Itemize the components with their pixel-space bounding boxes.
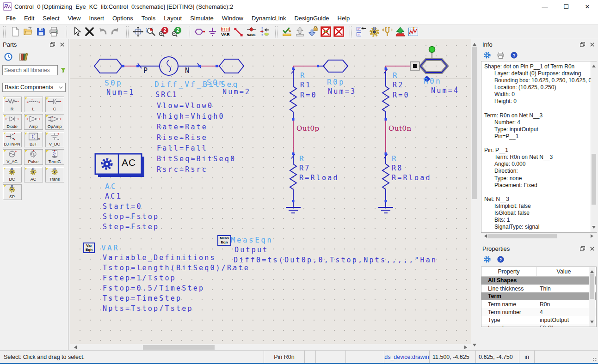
schematic-label[interactable]: R1 xyxy=(300,81,311,89)
port-s0n[interactable] xyxy=(219,59,244,73)
schematic-label[interactable]: Rise=Rise xyxy=(157,133,208,142)
menu-dynamiclink[interactable]: DynamicLink xyxy=(247,13,290,24)
schematic-label[interactable]: Tstep=TimeStep xyxy=(103,294,182,303)
close-panel-icon[interactable] xyxy=(589,246,595,252)
help-icon[interactable]: ? xyxy=(510,51,518,59)
schematic-label[interactable]: R=0 xyxy=(300,91,317,99)
resistor-r7[interactable] xyxy=(290,152,296,202)
schematic-label[interactable]: R0p xyxy=(327,78,345,86)
open-button[interactable] xyxy=(21,25,34,38)
schematic-label[interactable]: AC1 xyxy=(105,192,122,200)
info-dot-link[interactable]: dot xyxy=(503,63,511,70)
redo-button[interactable] xyxy=(109,25,122,38)
schematic-label[interactable]: Stop=Fstop xyxy=(103,212,159,221)
menu-help[interactable]: Help xyxy=(333,13,354,24)
schematic-label[interactable]: Diff0=ts(Out0p,0,Tstop,Npts,,,,,"Han xyxy=(234,256,437,264)
schematic-label[interactable]: Meas Eqn xyxy=(217,235,231,246)
schematic-label[interactable]: R0n xyxy=(424,77,442,85)
schematic-label[interactable]: Output xyxy=(234,246,268,254)
pin-p1-selection-box[interactable] xyxy=(410,62,419,70)
print-icon[interactable] xyxy=(497,51,505,59)
canvas-hscrollbar[interactable] xyxy=(70,344,471,351)
schematic-label[interactable]: MeasEqn xyxy=(231,236,273,244)
schematic-label[interactable]: Num=1 xyxy=(106,88,135,97)
schematic-label[interactable]: BitSeq=BitSeq0 xyxy=(157,155,236,163)
schematic-label[interactable]: Fstep=1/Tstop xyxy=(103,274,176,282)
part-ac[interactable]: AC xyxy=(24,167,43,182)
port-s0p[interactable] xyxy=(94,59,122,73)
part-pulse[interactable]: Pulse xyxy=(24,149,43,165)
part-dc[interactable]: DC xyxy=(3,167,22,182)
insert-wire-label-button[interactable]: NAME xyxy=(245,25,258,38)
selection-handle-green[interactable] xyxy=(429,47,435,58)
filter-funnel-icon[interactable] xyxy=(61,67,66,74)
ac-controller-block[interactable] xyxy=(95,154,144,177)
toolbar-group-handle[interactable] xyxy=(188,26,190,37)
toolbar-group-handle[interactable] xyxy=(65,26,67,37)
part-l[interactable]: L xyxy=(24,97,43,112)
swap-component-button[interactable] xyxy=(258,25,271,38)
float-panel-icon[interactable] xyxy=(49,42,55,48)
schematic-label[interactable]: R=Rload xyxy=(392,174,432,182)
schematic-label[interactable]: Rsrc=Rsrc xyxy=(157,165,208,174)
insert-ground-button[interactable] xyxy=(206,25,219,38)
info-vscrollbar[interactable] xyxy=(591,61,597,232)
properties-vscrollbar[interactable] xyxy=(589,267,595,327)
insert-wire-button[interactable] xyxy=(232,25,245,38)
menu-view[interactable]: View xyxy=(64,13,85,24)
toolbar-group-handle[interactable] xyxy=(275,26,277,37)
schematic-label[interactable]: R2 xyxy=(393,81,404,89)
part-opamp[interactable]: OpAmp xyxy=(45,114,64,130)
resistor-r8[interactable] xyxy=(382,152,389,202)
property-value[interactable]: R0n xyxy=(536,301,596,308)
schematic-label[interactable]: R8 xyxy=(392,164,403,172)
schematic-label[interactable]: R xyxy=(299,154,305,163)
undo-button[interactable] xyxy=(96,25,109,38)
save-button[interactable] xyxy=(34,25,47,38)
update-instance-button[interactable] xyxy=(293,25,306,38)
wire-n3p-corner[interactable] xyxy=(293,65,323,72)
menu-simulate[interactable]: Simulate xyxy=(186,13,218,24)
schematic-label[interactable]: Num=3 xyxy=(328,87,356,96)
toolbar-group-handle[interactable] xyxy=(126,26,129,37)
schematic-label[interactable]: Out0p xyxy=(296,124,320,133)
ground-symbol-1[interactable] xyxy=(286,202,301,213)
part-sp[interactable]: SP xyxy=(3,184,22,200)
settings-gear-icon[interactable] xyxy=(483,255,491,263)
minimize-button[interactable]: — xyxy=(534,0,555,13)
menu-edit[interactable]: Edit xyxy=(20,13,38,24)
schematic-label[interactable]: Fstop=0.5/TimeStep xyxy=(103,284,204,292)
data-display-button[interactable] xyxy=(407,25,419,38)
deactivate-open-button[interactable] xyxy=(332,25,345,38)
maximize-button[interactable]: ☐ xyxy=(555,0,577,13)
print-button[interactable] xyxy=(47,25,60,38)
display-data-button[interactable] xyxy=(394,25,407,38)
part-termg[interactable]: TermG xyxy=(45,149,64,165)
wire-src1-to-s0n[interactable] xyxy=(198,65,219,67)
menu-tools[interactable]: Tools xyxy=(137,13,160,24)
part-r[interactable]: R xyxy=(3,97,22,112)
menu-select[interactable]: Select xyxy=(38,13,63,24)
pan-view-button[interactable] xyxy=(131,25,144,38)
toolbar-group-handle[interactable] xyxy=(3,26,6,37)
schematic-label[interactable]: Start=0 xyxy=(103,202,142,211)
part-v_ac[interactable]: V_AC xyxy=(3,149,22,165)
toolbar-group-handle[interactable] xyxy=(350,26,352,37)
menu-insert[interactable]: Insert xyxy=(85,13,108,24)
close-panel-icon[interactable] xyxy=(59,42,65,48)
recent-parts-icon[interactable] xyxy=(4,52,13,61)
part-v_dc[interactable]: V_DC xyxy=(45,132,64,147)
property-value[interactable]: 4 xyxy=(536,309,596,315)
resistor-r1[interactable] xyxy=(290,67,296,121)
menu-options[interactable]: Options xyxy=(108,13,137,24)
close-panel-icon[interactable] xyxy=(589,42,595,48)
schematic-label[interactable]: Fall=Fall xyxy=(157,144,208,152)
delete-button[interactable] xyxy=(83,25,96,38)
library-select[interactable]: Basic Components xyxy=(2,83,66,92)
property-value[interactable]: inputOutput xyxy=(536,317,596,323)
float-panel-icon[interactable] xyxy=(580,42,586,48)
schematic-label[interactable]: SRC1 xyxy=(155,91,178,99)
schematic-label[interactable]: R=Rload xyxy=(299,174,339,182)
schematic-label[interactable]: Out0n xyxy=(388,124,412,133)
property-value[interactable]: Thin xyxy=(536,285,596,292)
